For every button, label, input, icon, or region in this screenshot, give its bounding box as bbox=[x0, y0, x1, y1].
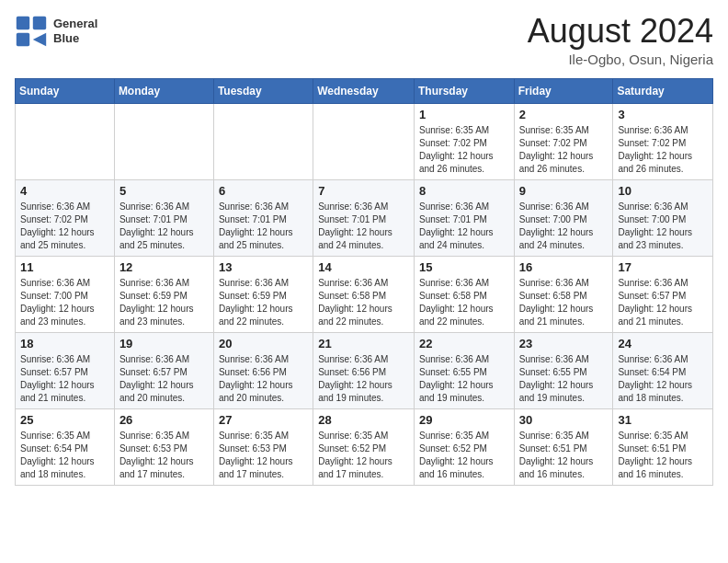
day-info: Sunrise: 6:36 AM Sunset: 6:55 PM Dayligh… bbox=[519, 353, 609, 405]
calendar-cell: 8Sunrise: 6:36 AM Sunset: 7:01 PM Daylig… bbox=[414, 180, 514, 257]
calendar-cell: 2Sunrise: 6:35 AM Sunset: 7:02 PM Daylig… bbox=[514, 104, 613, 180]
general-blue-logo-icon bbox=[15, 15, 48, 48]
calendar-cell: 1Sunrise: 6:35 AM Sunset: 7:02 PM Daylig… bbox=[414, 104, 514, 180]
day-number: 21 bbox=[318, 337, 409, 350]
svg-rect-1 bbox=[33, 17, 46, 29]
day-info: Sunrise: 6:36 AM Sunset: 7:01 PM Dayligh… bbox=[119, 201, 209, 252]
calendar-cell: 27Sunrise: 6:35 AM Sunset: 6:53 PM Dayli… bbox=[213, 409, 313, 486]
location: Ile-Ogbo, Osun, Nigeria bbox=[528, 52, 713, 67]
day-number: 11 bbox=[20, 260, 109, 274]
calendar-week-5: 25Sunrise: 6:35 AM Sunset: 6:54 PM Dayli… bbox=[16, 409, 713, 486]
day-info: Sunrise: 6:36 AM Sunset: 7:00 PM Dayligh… bbox=[519, 201, 609, 252]
day-number: 16 bbox=[519, 260, 609, 274]
day-info: Sunrise: 6:36 AM Sunset: 6:57 PM Dayligh… bbox=[618, 277, 708, 328]
day-info: Sunrise: 6:36 AM Sunset: 6:56 PM Dayligh… bbox=[219, 353, 308, 405]
calendar-cell: 25Sunrise: 6:35 AM Sunset: 6:54 PM Dayli… bbox=[16, 409, 115, 486]
day-number: 18 bbox=[20, 337, 109, 350]
calendar-week-3: 11Sunrise: 6:36 AM Sunset: 7:00 PM Dayli… bbox=[16, 257, 713, 333]
day-number: 12 bbox=[119, 260, 209, 274]
day-number: 30 bbox=[519, 413, 609, 427]
calendar-cell: 14Sunrise: 6:36 AM Sunset: 6:58 PM Dayli… bbox=[313, 257, 415, 333]
calendar-cell: 31Sunrise: 6:35 AM Sunset: 6:51 PM Dayli… bbox=[613, 409, 713, 486]
day-info: Sunrise: 6:35 AM Sunset: 6:51 PM Dayligh… bbox=[519, 430, 609, 481]
day-info: Sunrise: 6:36 AM Sunset: 6:54 PM Dayligh… bbox=[618, 353, 708, 405]
calendar-cell: 22Sunrise: 6:36 AM Sunset: 6:55 PM Dayli… bbox=[414, 333, 514, 409]
calendar-cell: 20Sunrise: 6:36 AM Sunset: 6:56 PM Dayli… bbox=[213, 333, 313, 409]
calendar-cell: 30Sunrise: 6:35 AM Sunset: 6:51 PM Dayli… bbox=[514, 409, 613, 486]
calendar-cell: 4Sunrise: 6:36 AM Sunset: 7:02 PM Daylig… bbox=[16, 180, 115, 257]
day-info: Sunrise: 6:36 AM Sunset: 6:55 PM Dayligh… bbox=[419, 353, 509, 405]
svg-rect-0 bbox=[17, 17, 29, 29]
day-number: 19 bbox=[119, 337, 209, 350]
day-number: 7 bbox=[318, 184, 409, 198]
weekday-header-thursday: Thursday bbox=[414, 79, 514, 104]
day-number: 20 bbox=[219, 337, 308, 350]
calendar-cell: 21Sunrise: 6:36 AM Sunset: 6:56 PM Dayli… bbox=[313, 333, 415, 409]
day-number: 10 bbox=[618, 184, 708, 198]
day-number: 27 bbox=[219, 413, 308, 427]
calendar-week-2: 4Sunrise: 6:36 AM Sunset: 7:02 PM Daylig… bbox=[16, 180, 713, 257]
weekday-header-tuesday: Tuesday bbox=[213, 79, 313, 104]
calendar-cell: 24Sunrise: 6:36 AM Sunset: 6:54 PM Dayli… bbox=[613, 333, 713, 409]
day-info: Sunrise: 6:35 AM Sunset: 7:02 PM Dayligh… bbox=[419, 124, 509, 176]
calendar-cell bbox=[114, 104, 213, 180]
day-number: 22 bbox=[419, 337, 509, 350]
day-info: Sunrise: 6:35 AM Sunset: 6:54 PM Dayligh… bbox=[20, 430, 109, 481]
day-number: 15 bbox=[419, 260, 509, 274]
day-info: Sunrise: 6:36 AM Sunset: 7:01 PM Dayligh… bbox=[419, 201, 509, 252]
calendar-cell: 23Sunrise: 6:36 AM Sunset: 6:55 PM Dayli… bbox=[514, 333, 613, 409]
weekday-header-row: SundayMondayTuesdayWednesdayThursdayFrid… bbox=[16, 79, 713, 104]
day-info: Sunrise: 6:36 AM Sunset: 6:57 PM Dayligh… bbox=[119, 353, 209, 405]
day-info: Sunrise: 6:35 AM Sunset: 6:52 PM Dayligh… bbox=[318, 430, 409, 481]
calendar-cell: 13Sunrise: 6:36 AM Sunset: 6:59 PM Dayli… bbox=[213, 257, 313, 333]
day-number: 5 bbox=[119, 184, 209, 198]
calendar-table: SundayMondayTuesdayWednesdayThursdayFrid… bbox=[15, 78, 713, 486]
calendar-cell: 26Sunrise: 6:35 AM Sunset: 6:53 PM Dayli… bbox=[114, 409, 213, 486]
day-number: 28 bbox=[318, 413, 409, 427]
calendar-cell: 10Sunrise: 6:36 AM Sunset: 7:00 PM Dayli… bbox=[613, 180, 713, 257]
weekday-header-wednesday: Wednesday bbox=[313, 79, 415, 104]
day-number: 1 bbox=[419, 108, 509, 121]
calendar-cell: 29Sunrise: 6:35 AM Sunset: 6:52 PM Dayli… bbox=[414, 409, 514, 486]
day-info: Sunrise: 6:36 AM Sunset: 7:01 PM Dayligh… bbox=[219, 201, 308, 252]
day-number: 2 bbox=[519, 108, 609, 121]
day-info: Sunrise: 6:35 AM Sunset: 6:53 PM Dayligh… bbox=[119, 430, 209, 481]
svg-marker-3 bbox=[33, 33, 46, 46]
day-number: 24 bbox=[618, 337, 708, 350]
calendar-cell: 19Sunrise: 6:36 AM Sunset: 6:57 PM Dayli… bbox=[114, 333, 213, 409]
day-number: 9 bbox=[519, 184, 609, 198]
calendar-cell: 9Sunrise: 6:36 AM Sunset: 7:00 PM Daylig… bbox=[514, 180, 613, 257]
day-number: 25 bbox=[20, 413, 109, 427]
logo-text: General Blue bbox=[53, 17, 97, 45]
month-title: August 2024 bbox=[528, 15, 713, 48]
page-header: General Blue August 2024 Ile-Ogbo, Osun,… bbox=[15, 15, 713, 67]
day-info: Sunrise: 6:36 AM Sunset: 6:58 PM Dayligh… bbox=[318, 277, 409, 328]
calendar-week-1: 1Sunrise: 6:35 AM Sunset: 7:02 PM Daylig… bbox=[16, 104, 713, 180]
day-info: Sunrise: 6:36 AM Sunset: 6:56 PM Dayligh… bbox=[318, 353, 409, 405]
day-info: Sunrise: 6:35 AM Sunset: 6:53 PM Dayligh… bbox=[219, 430, 308, 481]
calendar-cell: 3Sunrise: 6:36 AM Sunset: 7:02 PM Daylig… bbox=[613, 104, 713, 180]
calendar-cell: 17Sunrise: 6:36 AM Sunset: 6:57 PM Dayli… bbox=[613, 257, 713, 333]
calendar-cell: 7Sunrise: 6:36 AM Sunset: 7:01 PM Daylig… bbox=[313, 180, 415, 257]
day-info: Sunrise: 6:35 AM Sunset: 6:51 PM Dayligh… bbox=[618, 430, 708, 481]
calendar-cell: 11Sunrise: 6:36 AM Sunset: 7:00 PM Dayli… bbox=[16, 257, 115, 333]
calendar-cell: 16Sunrise: 6:36 AM Sunset: 6:58 PM Dayli… bbox=[514, 257, 613, 333]
day-info: Sunrise: 6:36 AM Sunset: 6:58 PM Dayligh… bbox=[419, 277, 509, 328]
day-info: Sunrise: 6:36 AM Sunset: 7:01 PM Dayligh… bbox=[318, 201, 409, 252]
day-number: 14 bbox=[318, 260, 409, 274]
weekday-header-friday: Friday bbox=[514, 79, 613, 104]
calendar-cell: 28Sunrise: 6:35 AM Sunset: 6:52 PM Dayli… bbox=[313, 409, 415, 486]
calendar-cell bbox=[313, 104, 415, 180]
day-info: Sunrise: 6:36 AM Sunset: 6:57 PM Dayligh… bbox=[20, 353, 109, 405]
calendar-cell: 6Sunrise: 6:36 AM Sunset: 7:01 PM Daylig… bbox=[213, 180, 313, 257]
day-info: Sunrise: 6:36 AM Sunset: 6:58 PM Dayligh… bbox=[519, 277, 609, 328]
day-info: Sunrise: 6:35 AM Sunset: 7:02 PM Dayligh… bbox=[519, 124, 609, 176]
day-number: 13 bbox=[219, 260, 308, 274]
calendar-cell: 15Sunrise: 6:36 AM Sunset: 6:58 PM Dayli… bbox=[414, 257, 514, 333]
day-number: 23 bbox=[519, 337, 609, 350]
day-info: Sunrise: 6:36 AM Sunset: 7:02 PM Dayligh… bbox=[618, 124, 708, 176]
calendar-cell: 5Sunrise: 6:36 AM Sunset: 7:01 PM Daylig… bbox=[114, 180, 213, 257]
day-number: 8 bbox=[419, 184, 509, 198]
calendar-week-4: 18Sunrise: 6:36 AM Sunset: 6:57 PM Dayli… bbox=[16, 333, 713, 409]
day-number: 31 bbox=[618, 413, 708, 427]
